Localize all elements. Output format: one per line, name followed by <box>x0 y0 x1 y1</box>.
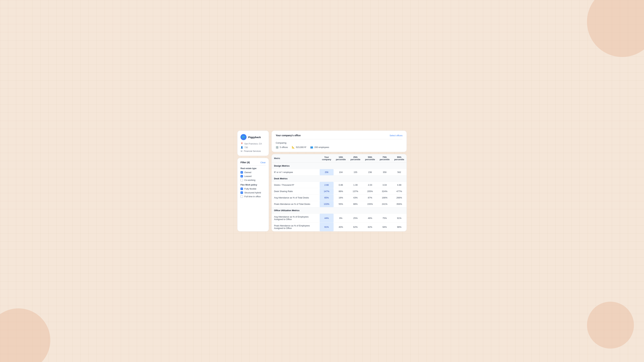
filter-option-structured-hybrid[interactable]: Structured hybrid <box>240 191 266 194</box>
avg-attendance-employees-p25: 25% <box>348 214 363 223</box>
section-desk-metrics: Desk Metrics <box>272 175 406 182</box>
table-row: ft² or m² / employee 256 104 155 236 359… <box>272 169 406 175</box>
ft2-employee-your-company: 256 <box>320 169 334 175</box>
metric-peak-attendance-employees: Peak Attendance as % of Employees Assign… <box>272 223 320 231</box>
checkbox-fully-flexible[interactable] <box>240 188 243 190</box>
section-utilization-metrics: Office Utilization Metrics <box>272 207 406 214</box>
table-row: Avg Attendance as % of Employees Assigne… <box>272 214 406 223</box>
checkbox-owned[interactable] <box>240 171 243 174</box>
office-title: Your company's office <box>276 134 301 137</box>
metric-avg-attendance-desks: Avg Attendance as % of Total Desks <box>272 195 320 201</box>
bg-decoration-bottom-left <box>0 308 50 362</box>
avg-attendance-employees-p90: 91% <box>392 214 406 223</box>
filter-option-coworking[interactable]: Co-working <box>240 179 266 181</box>
peak-attendance-desks-p90: 356% <box>392 201 406 207</box>
table-row: Desk Sharing Ratio 147% 86% 137% 205% 32… <box>272 188 406 195</box>
filter-option-leased-label: Leased <box>244 175 252 177</box>
filter-option-full-time-label: Full time in office <box>244 195 260 198</box>
peak-attendance-desks-p25: 88% <box>348 201 363 207</box>
col-p50: 50thpercentile <box>363 154 377 163</box>
filter-section-real-estate-label: Real estate type <box>240 167 266 170</box>
filter-option-full-time[interactable]: Full time in office <box>240 195 266 198</box>
filter-header: Filter (4) Clear <box>240 161 266 164</box>
desk-sharing-your-company: 147% <box>320 188 334 195</box>
desk-sharing-p25: 137% <box>348 188 363 195</box>
filter-option-leased[interactable]: Leased <box>240 175 266 177</box>
metric-desk-sharing: Desk Sharing Ratio <box>272 188 320 195</box>
company-name: Piggyback <box>248 136 261 139</box>
filter-option-owned-label: Owned <box>244 171 251 174</box>
location-icon: 📍 <box>240 142 243 145</box>
checkbox-leased[interactable] <box>240 175 243 177</box>
avg-attendance-desks-p10: 16% <box>334 195 348 201</box>
bg-decoration-top-right <box>587 0 644 57</box>
section-design-metrics-label: Design Metrics <box>272 163 406 169</box>
col-p10: 10thpercentile <box>334 154 348 163</box>
company-employees-item: 👤 730 <box>240 146 266 149</box>
company-info: 📍 San Francisco, CA 👤 730 🏛 Financial Se… <box>240 142 266 152</box>
table-row: Avg Attendance as % of Total Desks 65% 1… <box>272 195 406 201</box>
table-row: Peak Attendance as % of Total Desks 133%… <box>272 201 406 207</box>
office-stats: 🏢 5 offices 📐 523,000 ft² 👥 200 employee… <box>276 146 402 148</box>
metric-desks-thousand: Desks / Thousand ft² <box>272 182 320 188</box>
desks-thousand-p10: 0.86 <box>334 182 348 188</box>
right-panel: Your company's office Select offices Com… <box>272 131 407 231</box>
stat-sqft-value: 523,000 ft² <box>296 146 306 148</box>
peak-attendance-desks-p75: 241% <box>377 201 392 207</box>
avg-attendance-employees-p10: 9% <box>334 214 348 223</box>
filter-card: Filter (4) Clear Real estate type Owned … <box>237 158 269 231</box>
office-header: Your company's office Select offices <box>276 134 402 139</box>
bg-decoration-bottom-right <box>587 302 634 349</box>
avg-attendance-desks-p90: 266% <box>392 195 406 201</box>
select-offices-button[interactable]: Select offices <box>390 134 402 137</box>
company-card: 🐦 Piggyback 📍 San Francisco, CA 👤 730 🏛 … <box>237 131 269 156</box>
avg-attendance-desks-p75: 166% <box>377 195 392 201</box>
avg-attendance-employees-p75: 75% <box>377 214 392 223</box>
desk-sharing-p50: 205% <box>363 188 377 195</box>
section-desk-metrics-label: Desk Metrics <box>272 175 406 182</box>
filter-option-fully-flexible[interactable]: Fully flexible <box>240 188 266 190</box>
metric-ft2-employee: ft² or m² / employee <box>272 169 320 175</box>
filter-clear-button[interactable]: Clear <box>260 161 266 164</box>
company-location-item: 📍 San Francisco, CA <box>240 142 266 145</box>
desks-thousand-p75: 3.04 <box>377 182 392 188</box>
desks-thousand-p90: 4.88 <box>392 182 406 188</box>
checkbox-coworking[interactable] <box>240 179 243 181</box>
offices-icon: 🏢 <box>276 146 278 148</box>
filter-option-coworking-label: Co-working <box>244 179 256 181</box>
company-employees: 730 <box>244 146 248 149</box>
peak-attendance-employees-p10: 40% <box>334 223 348 231</box>
filter-option-owned[interactable]: Owned <box>240 171 266 174</box>
filter-option-structured-hybrid-label: Structured hybrid <box>244 191 261 194</box>
sqft-icon: 📐 <box>292 146 295 148</box>
avg-attendance-desks-p25: 43% <box>348 195 363 201</box>
checkbox-full-time[interactable] <box>240 195 243 198</box>
desks-thousand-p25: 1.39 <box>348 182 363 188</box>
ft2-employee-p75: 359 <box>377 169 392 175</box>
peak-attendance-employees-p50: 82% <box>363 223 377 231</box>
metric-avg-attendance-employees: Avg Attendance as % of Employees Assigne… <box>272 214 320 223</box>
company-industry-item: 🏛 Financial Services <box>240 150 266 152</box>
left-panel: 🐦 Piggyback 📍 San Francisco, CA 👤 730 🏛 … <box>237 131 269 231</box>
table-row: Peak Attendance as % of Employees Assign… <box>272 223 406 231</box>
peak-attendance-desks-p10: 55% <box>334 201 348 207</box>
metrics-table: Metric Yourcompany 10thpercentile 25thpe… <box>272 154 406 231</box>
ft2-employee-p90: 562 <box>392 169 406 175</box>
col-your-company: Yourcompany <box>320 154 334 163</box>
filter-divider <box>240 165 266 166</box>
peak-attendance-desks-p50: 155% <box>363 201 377 207</box>
avg-attendance-employees-p50: 48% <box>363 214 377 223</box>
desks-thousand-p50: 2.03 <box>363 182 377 188</box>
company-location: San Francisco, CA <box>244 143 262 145</box>
industry-icon: 🏛 <box>240 150 243 152</box>
stat-employees-value: 200 employees <box>314 146 329 148</box>
peak-attendance-employees-p90: 98% <box>392 223 406 231</box>
filter-title: Filter (4) <box>240 161 250 164</box>
checkbox-structured-hybrid[interactable] <box>240 191 243 194</box>
peak-attendance-desks-your-company: 133% <box>320 201 334 207</box>
office-card: Your company's office Select offices Com… <box>272 131 407 152</box>
desk-sharing-p10: 86% <box>334 188 348 195</box>
table-row: Desks / Thousand ft² 2.66 0.86 1.39 2.03… <box>272 182 406 188</box>
col-metric: Metric <box>272 154 320 163</box>
col-p75: 75thpercentile <box>377 154 392 163</box>
